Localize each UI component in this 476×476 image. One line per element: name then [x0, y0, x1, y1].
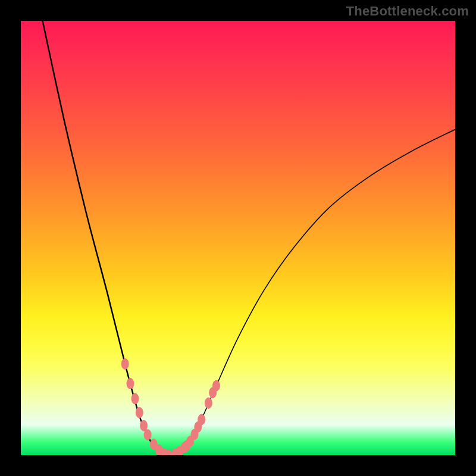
data-bead [127, 378, 134, 389]
data-bead [205, 397, 212, 408]
watermark-text: TheBottleneck.com [346, 4, 469, 19]
data-bead [198, 414, 205, 425]
chart-frame: TheBottleneck.com [0, 0, 476, 476]
data-bead [136, 407, 143, 418]
data-bead [213, 380, 220, 391]
data-bead [131, 393, 139, 404]
data-bead [144, 430, 151, 440]
data-bead [121, 359, 129, 369]
data-bead [140, 420, 148, 431]
plot-area [21, 21, 455, 455]
left-curve [43, 21, 169, 455]
curve-svg [21, 21, 455, 455]
